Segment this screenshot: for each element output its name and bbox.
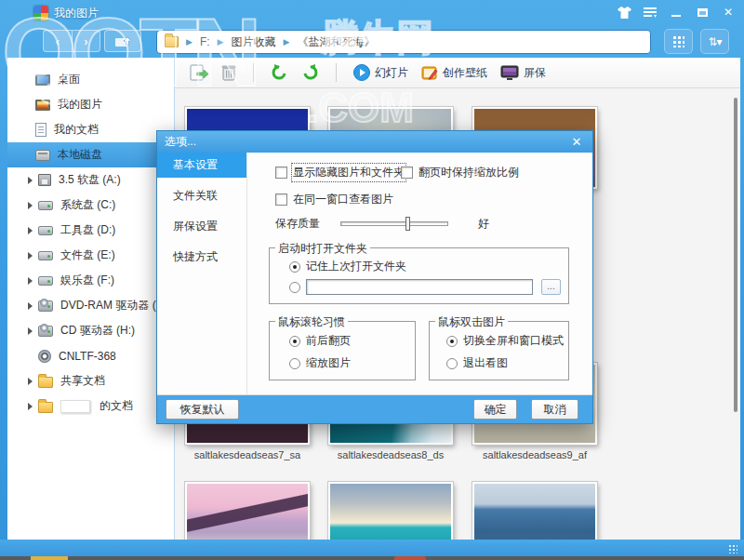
skin-icon[interactable] [616, 4, 632, 20]
checkbox-keep-zoom[interactable]: 翻页时保持缩放比例 [401, 165, 519, 180]
checkbox-icon[interactable] [275, 167, 287, 179]
drive-icon [38, 226, 53, 235]
window-title: 我的图片 [54, 6, 99, 21]
expand-arrow-icon[interactable] [28, 227, 33, 234]
vertical-scrollbar[interactable] [734, 98, 737, 412]
radio-dblclick-exit[interactable]: 退出看图 [446, 355, 508, 371]
radio-icon[interactable] [289, 261, 300, 273]
breadcrumb-current[interactable]: 《盐湖和死海》 [297, 34, 375, 50]
radio-remember-folder[interactable]: 记住上次打开文件夹 [289, 259, 406, 274]
minimize-button[interactable] [668, 4, 684, 20]
dialog-close-icon[interactable]: ✕ [568, 135, 585, 149]
group-title: 鼠标双击图片 [435, 314, 508, 330]
taskbar-icon-sliver [394, 556, 426, 560]
thumbnail-image[interactable] [328, 482, 453, 540]
sort-button[interactable]: ⇅▾ [700, 29, 729, 54]
radio-custom-folder[interactable]: ... [289, 279, 561, 295]
breadcrumb-separator-icon: ▶ [284, 37, 290, 47]
sidebar-item-drive-f[interactable]: 娱乐盘 (F:) [7, 268, 174, 293]
sidebar-item-floppy-a[interactable]: 3.5 软盘 (A:) [7, 167, 174, 193]
close-button[interactable]: ✕ [720, 4, 737, 20]
titlebar: 我的图片 ✕ [0, 0, 744, 26]
expand-arrow-icon[interactable] [28, 177, 33, 184]
checkbox-icon[interactable] [275, 193, 287, 206]
quality-label: 保存质量 [275, 216, 320, 232]
delete-button[interactable] [221, 64, 236, 81]
folder-icon [38, 402, 53, 413]
expand-arrow-icon[interactable] [28, 252, 33, 260]
sidebar-item-my-pictures[interactable]: 我的图片 [7, 92, 174, 117]
quality-slider[interactable] [340, 217, 448, 231]
sidebar-item-cd-h[interactable]: CD 驱动器 (H:) [7, 318, 174, 343]
radio-dblclick-toggle[interactable]: 切换全屏和窗口模式 [446, 333, 564, 349]
radio-icon[interactable] [289, 358, 300, 369]
radio-icon[interactable] [446, 336, 458, 347]
radio-icon[interactable] [289, 282, 300, 293]
restore-defaults-button[interactable]: 恢复默认 [166, 399, 239, 420]
sidebar-item-shared-docs[interactable]: 共享文档 [7, 368, 174, 393]
radio-icon[interactable] [446, 358, 458, 369]
rotate-left-button[interactable] [271, 64, 288, 81]
address-bar[interactable]: ▶ F: ▶ 图片收藏 ▶ 《盐湖和死海》 [156, 30, 651, 54]
up-folder-button[interactable] [104, 30, 141, 52]
expand-arrow-icon[interactable] [28, 302, 33, 310]
main-menu-icon[interactable] [642, 4, 658, 20]
thumbnail-filename[interactable]: saltlakesdeadseas7_sa [178, 449, 317, 460]
dvd-drive-icon [38, 300, 53, 312]
maximize-button[interactable] [694, 4, 711, 20]
expand-arrow-icon[interactable] [28, 378, 33, 385]
screensaver-button[interactable]: 屏保 [500, 65, 546, 81]
slideshow-label: 幻灯片 [375, 65, 408, 81]
thumbnail-filename[interactable]: saltlakesdeadseas9_af [465, 449, 604, 460]
sidebar-item-drive-c[interactable]: 系统盘 (C:) [7, 193, 174, 218]
disk-icon [35, 150, 50, 161]
back-button[interactable]: ‹ [43, 30, 73, 52]
sidebar-item-my-documents[interactable]: 我的文档 [7, 117, 174, 142]
sidebar-item-dvd-g[interactable]: DVD-RAM 驱动器 (G:) [7, 293, 174, 318]
desktop-icon [35, 74, 50, 86]
expand-arrow-icon[interactable] [28, 403, 33, 410]
rotate-right-button[interactable] [301, 64, 319, 81]
tab-file-association[interactable]: 文件关联 [157, 183, 246, 208]
tab-basic-settings[interactable]: 基本设置 [157, 153, 246, 178]
sidebar-item-drive-d[interactable]: 工具盘 (D:) [7, 218, 174, 243]
ok-button[interactable]: 确定 [473, 399, 517, 420]
pictures-icon [35, 100, 50, 111]
grid-view-button[interactable] [664, 29, 693, 54]
sidebar-item-local-disk[interactable]: 本地磁盘 [7, 142, 174, 167]
breadcrumb-drive[interactable]: F: [200, 35, 210, 48]
sidebar-item-drive-e[interactable]: 文件盘 (E:) [7, 243, 174, 268]
thumbnail-image[interactable] [472, 482, 597, 540]
toolbar: 幻灯片 创作壁纸 屏保 [175, 58, 740, 88]
folder-path-input[interactable] [306, 279, 533, 295]
thumbnail-filename[interactable]: saltlakesdeadseas8_ds [321, 449, 460, 460]
quality-value: 好 [478, 216, 489, 232]
browse-button[interactable]: ... [541, 279, 561, 295]
tab-screensaver-settings[interactable]: 屏保设置 [157, 214, 246, 239]
checkbox-icon[interactable] [401, 167, 413, 179]
export-button[interactable] [190, 64, 208, 81]
create-wallpaper-button[interactable]: 创作壁纸 [421, 65, 487, 81]
expand-arrow-icon[interactable] [28, 277, 33, 285]
resize-grip[interactable] [728, 544, 737, 553]
sidebar-item-cnltf-disc[interactable]: CNLTF-368 [7, 343, 174, 368]
dialog-title: 选项... [165, 134, 196, 150]
expand-arrow-icon[interactable] [28, 327, 33, 335]
startup-folder-group: 启动时打开文件夹 记住上次打开文件夹 ... [269, 247, 569, 304]
radio-icon[interactable] [289, 336, 300, 347]
tab-shortcuts[interactable]: 快捷方式 [157, 245, 246, 270]
forward-button[interactable]: › [73, 30, 100, 52]
expand-arrow-icon[interactable] [28, 202, 33, 209]
radio-wheel-page[interactable]: 前后翻页 [289, 333, 351, 349]
slider-thumb[interactable] [405, 217, 410, 231]
slideshow-button[interactable]: 幻灯片 [353, 64, 408, 81]
sidebar-item-desktop[interactable]: 桌面 [7, 67, 174, 92]
cancel-button[interactable]: 取消 [531, 399, 578, 420]
radio-wheel-zoom[interactable]: 缩放图片 [289, 355, 351, 371]
breadcrumb-folder[interactable]: 图片收藏 [232, 34, 276, 50]
checkbox-same-window[interactable]: 在同一窗口查看图片 [275, 192, 393, 207]
checkbox-show-hidden[interactable]: 显示隐藏图片和文件夹 [275, 165, 405, 180]
thumbnail-image[interactable] [185, 482, 310, 540]
slider-track [340, 221, 448, 226]
sidebar-item-user-docs[interactable]: 的文档 [7, 393, 174, 419]
